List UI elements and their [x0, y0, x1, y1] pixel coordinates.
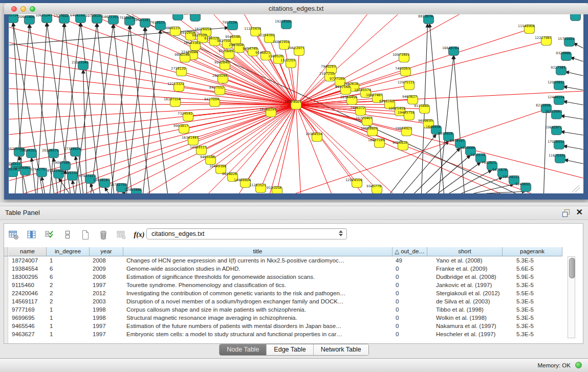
svg-text:20691406: 20691406 [18, 15, 35, 19]
svg-text:8813074: 8813074 [418, 14, 433, 18]
table-settings-icon[interactable] [7, 228, 20, 242]
table-corner-cell [4, 247, 8, 256]
svg-text:7515526: 7515526 [119, 16, 134, 20]
svg-text:16543362: 16543362 [184, 41, 201, 45]
column-header-in_degree[interactable]: in_degree [47, 247, 90, 256]
table-cell: Estimation of significance thresholds fo… [123, 273, 393, 281]
svg-text:18226058: 18226058 [194, 27, 211, 31]
table-cell: Hescheler et al. (1997) [427, 330, 503, 338]
graph-node[interactable] [173, 14, 183, 20]
table-cell: 0 [393, 281, 427, 289]
svg-text:17016514: 17016514 [548, 140, 564, 144]
import-table-icon[interactable] [115, 228, 128, 242]
float-panel-icon[interactable] [562, 209, 570, 216]
close-panel-icon[interactable]: ✕ [576, 208, 583, 217]
table-cell: 49 [393, 256, 427, 265]
table-cell: 9777169 [9, 305, 47, 314]
column-header-pagerank[interactable]: pagerank [503, 247, 562, 256]
svg-text:9827508: 9827508 [217, 39, 232, 43]
svg-text:8216160: 8216160 [379, 99, 394, 103]
svg-text:21053346: 21053346 [72, 60, 89, 64]
select-rows-icon[interactable] [43, 228, 56, 242]
table-row[interactable]: 2242004622012Investigating the contribut… [9, 289, 562, 297]
svg-text:8694026: 8694026 [222, 172, 237, 176]
table-cell: 14569117 [9, 297, 47, 305]
table-row[interactable]: 1872400712008Changes of HCN gene express… [9, 256, 562, 265]
function-builder-icon[interactable]: f(x) [133, 228, 146, 242]
dropdown-arrows-icon [339, 230, 343, 236]
column-header-short[interactable]: short [427, 247, 503, 256]
svg-text:15720407: 15720407 [356, 116, 373, 120]
table-cell: 5.3E-5 [503, 305, 562, 314]
memory-ok-indicator[interactable] [575, 362, 582, 368]
tab-network-table[interactable]: Network Table [314, 344, 368, 355]
svg-text:16466160: 16466160 [184, 14, 201, 16]
svg-text:16782759: 16782759 [110, 183, 127, 187]
table-rows: 1872400712008Changes of HCN gene express… [9, 256, 562, 338]
svg-text:2107250: 2107250 [319, 72, 334, 76]
table-cell: 1997 [90, 281, 123, 289]
column-header-title[interactable]: title [123, 247, 393, 256]
table-cell: Nakamura et al. (1997) [427, 322, 503, 330]
delete-table-icon[interactable] [97, 228, 110, 242]
table-cell: 9465546 [9, 322, 47, 330]
svg-text:15692971: 15692971 [545, 125, 562, 129]
table-cell: 1998 [90, 305, 123, 314]
table-row[interactable]: 1456911722003Disruption of a novel membe… [9, 297, 562, 305]
table-select-dropdown[interactable]: citations_edges.txt [146, 228, 347, 239]
table-vertical-scrollbar[interactable] [568, 256, 575, 338]
svg-text:9175685: 9175685 [219, 49, 233, 53]
window-titlebar[interactable]: citations_edges.txt [4, 3, 588, 15]
column-header-out_de[interactable]: △ out_de… [393, 247, 427, 256]
tab-edge-table[interactable]: Edge Table [267, 344, 313, 355]
svg-text:9115460: 9115460 [414, 104, 429, 108]
svg-text:9227343: 9227343 [551, 65, 565, 70]
node-table: namein_degreeyeartitle△ out_de…shortpage… [4, 247, 583, 343]
table-row[interactable]: 977716911998Corpus callosum shape and si… [9, 305, 562, 314]
svg-text:11548908: 11548908 [518, 24, 535, 28]
table-cell: 9699695 [9, 314, 47, 322]
svg-text:15276072: 15276072 [166, 14, 183, 15]
table-row[interactable]: 1830029562008Estimation of significance … [9, 273, 562, 281]
table-columns-icon[interactable] [25, 228, 38, 242]
svg-text:9465546: 9465546 [200, 155, 215, 159]
svg-text:7940283: 7940283 [321, 64, 336, 69]
table-row[interactable]: 911546021997Tourette syndrome. Phenomeno… [9, 281, 562, 289]
table-row[interactable]: 946554611997Estimation of the future num… [9, 322, 562, 330]
table-cell: 9115460 [9, 281, 47, 289]
table-row[interactable]: 1938455462009Genome-wide association stu… [9, 265, 562, 273]
table-panel-titlebar: Table Panel ✕ [0, 206, 588, 220]
svg-text:8471676: 8471676 [492, 168, 507, 172]
svg-text:6497568: 6497568 [335, 85, 350, 89]
table-cell: 5.3E-5 [503, 297, 562, 305]
svg-text:9097588: 9097588 [55, 161, 70, 165]
table-row[interactable]: 969969511998Structural magnetic resonanc… [9, 314, 562, 322]
svg-text:11225439: 11225439 [244, 27, 261, 31]
new-table-icon[interactable] [79, 228, 92, 242]
table-row[interactable]: 946362711997Embryonic stem cells: a mode… [9, 330, 562, 338]
column-header-year[interactable]: year [90, 247, 123, 256]
svg-text:7986372: 7986372 [350, 106, 365, 110]
table-cell: 6 [47, 273, 90, 281]
svg-text:6466160: 6466160 [70, 14, 85, 17]
rows-stack-icon[interactable] [61, 228, 74, 242]
table-cell: 0 [393, 265, 427, 273]
table-cell: Yano et al. (2008) [427, 256, 503, 265]
citation-network-graph[interactable]: 1872400798601238912954182260589827509818… [9, 14, 583, 193]
svg-text:2718120: 2718120 [171, 67, 186, 71]
svg-text:19654923: 19654923 [395, 126, 412, 130]
table-cell: 5.6E-5 [503, 265, 562, 273]
table-cell: 5.3E-5 [503, 314, 562, 322]
svg-text:12824556: 12824556 [345, 178, 362, 182]
svg-text:10973493: 10973493 [393, 53, 409, 57]
network-canvas[interactable]: 1872400798601238912954182260589827509818… [9, 14, 583, 193]
svg-text:11675335: 11675335 [549, 154, 565, 158]
tab-node-table[interactable]: Node Table [220, 344, 267, 355]
svg-text:9329966: 9329966 [556, 51, 571, 55]
table-cell: 0 [393, 330, 427, 338]
column-header-name[interactable]: name [9, 247, 47, 256]
svg-text:19495758: 19495758 [398, 111, 415, 115]
svg-text:10655247: 10655247 [35, 14, 52, 17]
scrollbar-thumb[interactable] [569, 258, 575, 278]
svg-text:1527602: 1527602 [54, 14, 69, 18]
